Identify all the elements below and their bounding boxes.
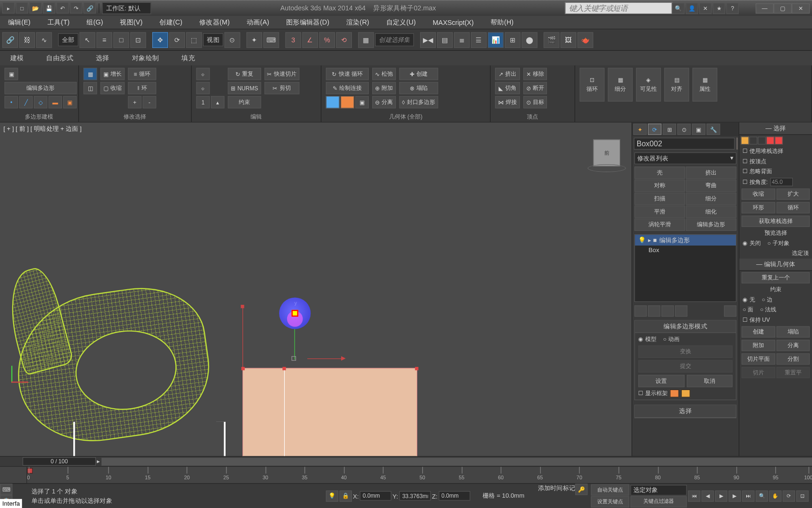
- stack-box[interactable]: Box: [635, 246, 736, 254]
- modifier-stack[interactable]: 💡 ▸ ■ 编辑多边形 Box: [634, 234, 736, 302]
- s-detach[interactable]: 分离: [776, 340, 810, 351]
- ignore-back-check[interactable]: ☐ 忽略背面: [742, 167, 772, 175]
- material-icon[interactable]: ⬤: [522, 32, 538, 48]
- c2[interactable]: [341, 96, 354, 108]
- signin-icon[interactable]: 👤: [686, 2, 698, 14]
- radio-model[interactable]: ◉ 模型: [638, 335, 656, 343]
- mod-smooth[interactable]: 平滑: [634, 206, 685, 218]
- mod-subdivide[interactable]: 细分: [686, 192, 736, 205]
- sel-lock-dd[interactable]: 选定对象: [631, 484, 687, 495]
- c1[interactable]: [326, 96, 340, 108]
- graphite-icon[interactable]: ☰: [471, 32, 487, 48]
- loop-sel[interactable]: 循环: [776, 202, 810, 214]
- side-title[interactable]: — 选择: [739, 122, 812, 135]
- repeat-btn[interactable]: ↻ 重复: [228, 68, 261, 80]
- utilities-tab[interactable]: 🔧: [707, 124, 720, 135]
- menu-custom[interactable]: 自定义(U): [383, 15, 419, 29]
- goto-start[interactable]: ⏮: [688, 490, 700, 501]
- menu-animation[interactable]: 动画(A): [243, 15, 273, 29]
- mod-editpoly[interactable]: 编辑多边形: [686, 218, 736, 230]
- big-attr[interactable]: ▦属性: [693, 68, 718, 102]
- tab-modeling[interactable]: 建模: [5, 51, 30, 65]
- mirror-icon[interactable]: ▶◀: [420, 32, 436, 48]
- spinner-snap-icon[interactable]: ⟲: [336, 32, 352, 48]
- favorite-icon[interactable]: ★: [713, 2, 725, 14]
- constraint-btn[interactable]: 约束: [228, 96, 261, 108]
- menu-group[interactable]: 组(G): [83, 15, 107, 29]
- tab-selection[interactable]: 选择: [90, 51, 115, 65]
- frame-display[interactable]: 0 / 100: [23, 457, 96, 466]
- y-input[interactable]: [399, 491, 431, 500]
- bind-icon[interactable]: ∿: [36, 32, 52, 48]
- show-end-icon[interactable]: [648, 305, 660, 317]
- detach-btn[interactable]: ⊖ 分离: [372, 96, 396, 108]
- timeline[interactable]: 0 / 100 ▸: [0, 456, 812, 467]
- target-btn[interactable]: ⊙ 目标: [523, 96, 547, 108]
- border-icon[interactable]: ◇: [34, 96, 47, 108]
- tab-freeform[interactable]: 自由形式: [40, 51, 79, 65]
- rotate-icon[interactable]: ⟳: [169, 32, 185, 48]
- qloop-btn[interactable]: ↻ 快速 循环: [326, 68, 369, 80]
- tab-paint[interactable]: 对象绘制: [126, 51, 165, 65]
- link-icon[interactable]: 🔗: [2, 32, 18, 48]
- sv-element[interactable]: [775, 136, 783, 144]
- play-btn[interactable]: ▶: [715, 490, 727, 501]
- grow-sel[interactable]: 扩大: [776, 189, 810, 200]
- prev-frame[interactable]: ◀: [702, 490, 714, 501]
- menu-render[interactable]: 渲染(R): [343, 15, 373, 29]
- display-tab[interactable]: ▣: [692, 124, 705, 135]
- cut-btn[interactable]: ✂ 剪切: [264, 82, 299, 94]
- workspace-dropdown[interactable]: 工作区: 默认: [102, 2, 151, 14]
- app-menu[interactable]: ▸: [2, 2, 15, 14]
- auto-key-btn[interactable]: 自动关键点: [591, 484, 630, 496]
- lock2-icon[interactable]: 🔒: [339, 490, 351, 501]
- goto-end[interactable]: ⏭: [742, 490, 754, 501]
- swift-icon[interactable]: ⟐: [196, 68, 210, 80]
- by-angle-check[interactable]: ☐ 按角度:: [742, 178, 767, 186]
- c-normal[interactable]: ○ 法线: [760, 306, 776, 314]
- shrink-btn[interactable]: ▢ 收缩: [101, 82, 125, 94]
- view-cube[interactable]: 前: [593, 139, 620, 167]
- shrink-sel[interactable]: 收缩: [742, 189, 775, 200]
- named-sel-icon[interactable]: ▦: [358, 32, 374, 48]
- x-input[interactable]: [360, 491, 391, 500]
- render-setup-icon[interactable]: 🎬: [544, 32, 560, 48]
- c-face[interactable]: ○ 面: [742, 306, 753, 314]
- modifier-list[interactable]: 修改器列表▾: [634, 152, 736, 164]
- swift2-icon[interactable]: ⟐: [196, 82, 210, 94]
- chamfer-btn[interactable]: ◣ 切角: [495, 82, 520, 94]
- menu-tools[interactable]: 工具(T): [44, 15, 73, 29]
- manipulate-icon[interactable]: ✦: [246, 32, 262, 48]
- redo-icon[interactable]: ↷: [70, 2, 82, 14]
- schematic-icon[interactable]: ⊞: [505, 32, 521, 48]
- menu-modifier[interactable]: 修改器(M): [196, 15, 233, 29]
- modify-tab[interactable]: ⟳: [648, 124, 662, 135]
- open-icon[interactable]: 📂: [29, 2, 41, 14]
- z-input[interactable]: [438, 491, 470, 500]
- rollout-mode[interactable]: 编辑多边形模式: [635, 321, 736, 333]
- cancel-btn[interactable]: 取消: [687, 375, 733, 387]
- view-cube-ring[interactable]: [587, 164, 626, 172]
- radio-anim[interactable]: ○ 动画: [663, 335, 679, 343]
- num1[interactable]: 1: [196, 96, 210, 108]
- render-frame-icon[interactable]: 🖼: [561, 32, 577, 48]
- qslice-btn[interactable]: ✂ 快速切片: [264, 68, 299, 80]
- coord-system[interactable]: 视图: [203, 33, 223, 47]
- grow-ring[interactable]: +: [128, 96, 141, 108]
- sv-border[interactable]: [758, 136, 766, 144]
- move-gizmo[interactable]: y: [279, 297, 311, 329]
- panel-vertex[interactable]: 顶点: [495, 113, 570, 121]
- help-icon[interactable]: ?: [726, 2, 739, 14]
- key-filter-btn[interactable]: 关键点过滤器: [631, 496, 687, 507]
- set-key-btn[interactable]: 设置关键点: [591, 496, 630, 508]
- menu-maxscript[interactable]: MAXScript(X): [429, 16, 477, 28]
- menu-create[interactable]: 创建(C): [156, 15, 186, 29]
- rollout-selection-cmd[interactable]: 选择: [635, 405, 736, 418]
- edge-handle[interactable]: [241, 305, 244, 308]
- weld-btn[interactable]: ⋈ 焊接: [495, 96, 520, 108]
- nav-pan[interactable]: ✋: [769, 490, 781, 501]
- viewport[interactable]: [ + ] [ 前 ] [ 明暗处理 + 边面 ] 前 y: [0, 122, 632, 456]
- sv-poly[interactable]: [766, 136, 774, 144]
- panel-edit[interactable]: 编辑: [196, 113, 317, 121]
- s-attach[interactable]: 附加: [742, 340, 775, 351]
